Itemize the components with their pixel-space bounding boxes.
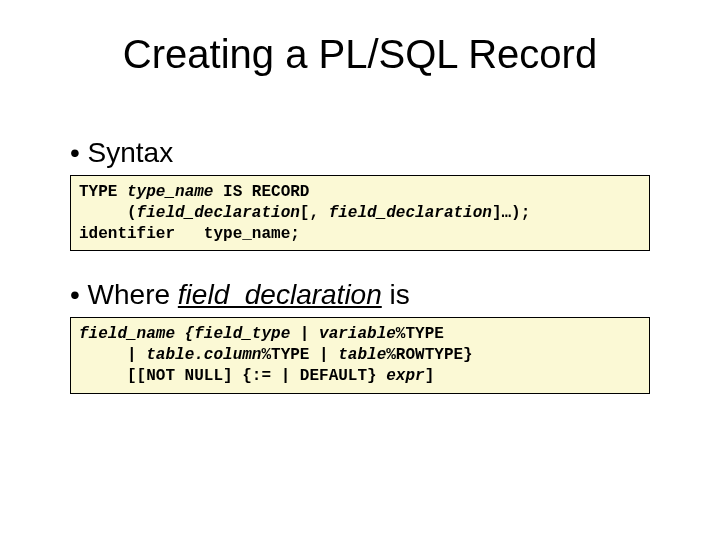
code-text: expr [386, 367, 424, 385]
code-text: %TYPE [396, 325, 444, 343]
code-text: [[NOT NULL] {:= | DEFAULT} [79, 367, 386, 385]
code-block-field-declaration: field_name {field_type | variable%TYPE |… [70, 317, 650, 393]
code-text: type_name [127, 183, 213, 201]
slide: Creating a PL/SQL Record • Syntax TYPE t… [0, 0, 720, 540]
code-text: identifier type_name; [79, 225, 300, 243]
code-text: table.column [146, 346, 261, 364]
code-text: field_declaration [329, 204, 492, 222]
code-text: field_name {field_type | variable [79, 325, 396, 343]
code-text: IS RECORD [213, 183, 309, 201]
code-text: [, [300, 204, 329, 222]
code-text: | [79, 346, 146, 364]
code-text: %ROWTYPE} [386, 346, 472, 364]
code-block-syntax: TYPE type_name IS RECORD (field_declarat… [70, 175, 650, 251]
code-text: TYPE [79, 183, 127, 201]
code-text: field_declaration [137, 204, 300, 222]
bullet-where-suffix: is [382, 279, 410, 310]
page-title: Creating a PL/SQL Record [40, 32, 680, 77]
bullet-where-term: field_declaration [178, 279, 382, 310]
bullet-where-prefix: • Where [70, 279, 178, 310]
code-text: ] [425, 367, 435, 385]
code-text: ]…); [492, 204, 530, 222]
bullet-syntax-text: • Syntax [70, 137, 173, 168]
bullet-syntax: • Syntax [70, 137, 680, 169]
code-text: table [338, 346, 386, 364]
code-text: ( [79, 204, 137, 222]
code-text: %TYPE | [261, 346, 338, 364]
bullet-field-declaration: • Where field_declaration is [70, 279, 680, 311]
